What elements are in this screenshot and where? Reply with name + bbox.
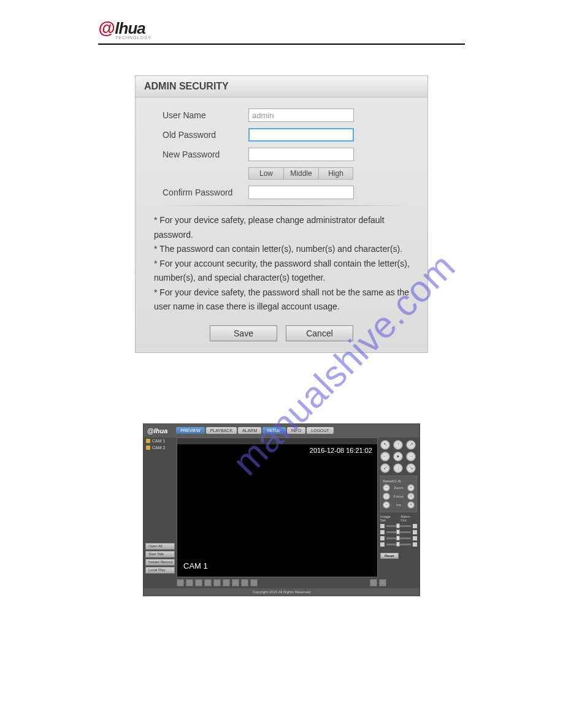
confirmpassword-row: Confirm Password — [163, 186, 409, 199]
slider[interactable] — [386, 537, 411, 539]
nvr-topbar: @lhua PREVIEW PLAYBACK ALARM SETUP INFO … — [144, 424, 419, 438]
oldpassword-input[interactable] — [248, 128, 354, 142]
layout-icon[interactable] — [250, 579, 258, 586]
confirmpassword-input[interactable] — [248, 186, 354, 199]
tree-label: CAM 1 — [152, 439, 165, 443]
fullscreen-icon[interactable] — [370, 579, 377, 586]
username-row: User Name — [163, 108, 409, 122]
tab-setup[interactable]: SETUP — [262, 427, 285, 434]
video-window[interactable]: 2016-12-08 16:21:02 CAM 1 — [177, 438, 378, 577]
tab-alarm[interactable]: ALARM — [238, 427, 261, 434]
nvr-footer: Copyright 2015 All Rights Reserved — [144, 588, 419, 596]
layout-icon[interactable] — [223, 579, 230, 586]
plus-icon[interactable]: + — [407, 493, 415, 500]
instrecord-button[interactable]: Instant Record — [145, 559, 175, 566]
minus-icon[interactable]: − — [383, 501, 390, 509]
tool-icon[interactable] — [379, 579, 386, 586]
video-titlebar — [177, 438, 377, 444]
video-timestamp: 2016-12-08 16:21:02 — [310, 447, 372, 454]
slider[interactable] — [386, 531, 411, 533]
note-line: * For your device safety, please change … — [154, 213, 412, 242]
reset-button[interactable]: Reset — [380, 553, 399, 559]
plus-icon[interactable] — [413, 536, 417, 540]
form-section: User Name Old Password New Password Low … — [136, 97, 427, 206]
layout-icon[interactable] — [241, 579, 248, 586]
slider[interactable] — [386, 544, 411, 545]
ptz-upleft-icon[interactable]: ↖ — [380, 440, 390, 450]
left-button-group: Open All Start Talk Instant Record Local… — [145, 543, 175, 575]
zoom-row: − Zoom + — [383, 484, 415, 491]
plus-icon[interactable] — [413, 542, 417, 547]
saturation-icon — [380, 536, 385, 540]
slider[interactable] — [386, 525, 411, 527]
tab-preview[interactable]: PREVIEW — [176, 427, 204, 434]
save-button[interactable]: Save — [210, 325, 277, 341]
tree-item[interactable]: CAM 2 — [144, 444, 177, 451]
right-tabs: Image Set Alarm Out — [380, 515, 417, 522]
minus-icon[interactable]: − — [383, 484, 390, 491]
iris-row: − Iris + — [383, 501, 415, 509]
contrast-icon — [380, 530, 385, 534]
nvr-channel-tree: CAM 1 CAM 2 Open All Start Talk Instant … — [144, 438, 177, 577]
camera-icon — [146, 439, 150, 443]
note-line: * For your account security, the passwor… — [154, 257, 412, 286]
starttalk-button[interactable]: Start Talk — [145, 551, 175, 558]
ptz-center-icon[interactable]: ● — [393, 452, 403, 461]
ptz-panel: ↖ ↑ ↗ ← ● → ↙ ↓ ↘ Speed(1-8) − Zoom + − — [378, 438, 419, 577]
layout-icon[interactable] — [232, 579, 239, 586]
brightness-icon — [380, 524, 385, 528]
ptz-upright-icon[interactable]: ↗ — [406, 440, 416, 450]
localplay-button[interactable]: Local Play — [145, 567, 175, 574]
plus-icon[interactable]: + — [407, 501, 415, 509]
tab-imageset[interactable]: Image Set — [380, 515, 397, 522]
ptz-up-icon[interactable]: ↑ — [393, 440, 403, 450]
oldpassword-row: Old Password — [163, 128, 409, 142]
ptz-right-icon[interactable]: → — [406, 452, 416, 461]
ptz-down-icon[interactable]: ↓ — [393, 463, 403, 473]
layout-icon[interactable] — [204, 579, 212, 586]
tree-item[interactable]: CAM 1 — [144, 438, 177, 444]
password-strength-meter: Low Middle High — [248, 167, 409, 180]
camera-icon — [146, 446, 150, 450]
dialog-buttons: Save Cancel — [136, 323, 427, 352]
username-input[interactable] — [248, 108, 354, 122]
cancel-button[interactable]: Cancel — [286, 325, 353, 341]
slider-row — [380, 536, 417, 540]
strength-middle: Middle — [283, 167, 318, 180]
layout-icon[interactable] — [195, 579, 202, 586]
strength-low: Low — [248, 167, 283, 180]
nvr-toolbar — [144, 577, 419, 588]
note-line: * The password can contain letter(s), nu… — [154, 242, 412, 257]
tab-logout[interactable]: LOGOUT — [307, 427, 334, 434]
tab-playback[interactable]: PLAYBACK — [206, 427, 237, 434]
minus-icon[interactable]: − — [383, 493, 390, 500]
plus-icon[interactable]: + — [407, 484, 415, 491]
nvr-interface: @lhua PREVIEW PLAYBACK ALARM SETUP INFO … — [143, 423, 420, 596]
image-sliders — [380, 524, 417, 547]
hue-icon — [380, 542, 385, 547]
newpassword-label: New Password — [163, 150, 248, 159]
speed-row: Speed(1-8) — [383, 479, 415, 483]
ptz-downleft-icon[interactable]: ↙ — [380, 463, 390, 473]
strength-high: High — [318, 167, 353, 180]
tab-info[interactable]: INFO — [287, 427, 306, 434]
layout-icon[interactable] — [213, 579, 221, 586]
focus-row: − Focus + — [383, 493, 415, 500]
username-label: User Name — [163, 110, 248, 120]
camera-label: CAM 1 — [183, 561, 208, 571]
note-line: * For your device safety, the password s… — [154, 286, 412, 314]
layout-icon[interactable] — [177, 579, 184, 586]
layout-icon[interactable] — [186, 579, 193, 586]
tab-alarmout[interactable]: Alarm Out — [400, 515, 417, 522]
openall-button[interactable]: Open All — [145, 543, 175, 550]
plus-icon[interactable] — [413, 530, 417, 534]
ptz-downright-icon[interactable]: ↘ — [406, 463, 416, 473]
ptz-controls-box: Speed(1-8) − Zoom + − Focus + − Iris + — [380, 476, 417, 512]
oldpassword-label: Old Password — [163, 130, 248, 140]
slider-row — [380, 530, 417, 534]
ptz-left-icon[interactable]: ← — [380, 452, 390, 461]
plus-icon[interactable] — [413, 524, 417, 528]
newpassword-input[interactable] — [248, 148, 354, 161]
admin-security-dialog: ADMIN SECURITY User Name Old Password Ne… — [135, 75, 428, 353]
nvr-body: CAM 1 CAM 2 Open All Start Talk Instant … — [144, 438, 419, 577]
